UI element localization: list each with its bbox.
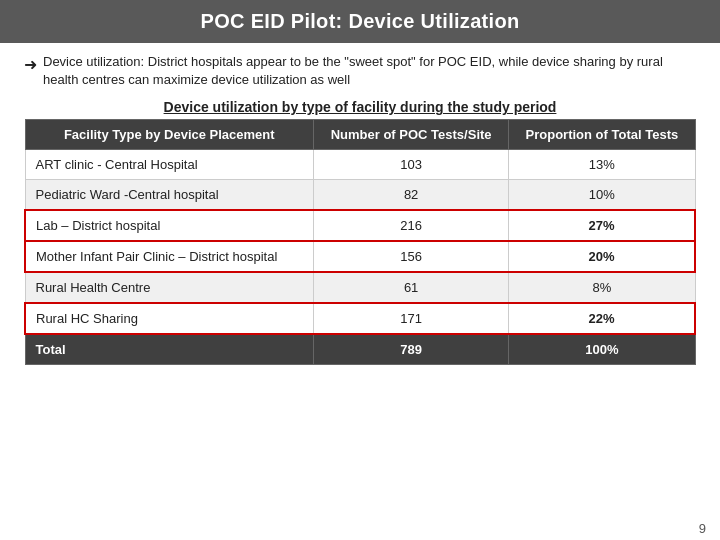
cell-tests: 103 bbox=[314, 150, 509, 180]
cell-facility: Lab – District hospital bbox=[25, 210, 314, 241]
col-header-proportion: Proportion of Total Tests bbox=[509, 120, 695, 150]
table-row: Pediatric Ward -Central hospital8210% bbox=[25, 180, 695, 211]
cell-total-proportion: 100% bbox=[509, 334, 695, 365]
cell-facility: Rural Health Centre bbox=[25, 272, 314, 303]
page: POC EID Pilot: Device Utilization ➜ Devi… bbox=[0, 0, 720, 540]
cell-facility: ART clinic - Central Hospital bbox=[25, 150, 314, 180]
table-row: Rural Health Centre618% bbox=[25, 272, 695, 303]
cell-proportion: 27% bbox=[509, 210, 695, 241]
utilization-table: Facility Type by Device Placement Number… bbox=[24, 119, 696, 365]
table-title: Device utilization by type of facility d… bbox=[24, 99, 696, 115]
cell-proportion: 10% bbox=[509, 180, 695, 211]
col-header-facility: Facility Type by Device Placement bbox=[25, 120, 314, 150]
cell-proportion: 20% bbox=[509, 241, 695, 272]
cell-proportion: 22% bbox=[509, 303, 695, 334]
table-body: ART clinic - Central Hospital10313%Pedia… bbox=[25, 150, 695, 365]
title-bar: POC EID Pilot: Device Utilization bbox=[0, 0, 720, 43]
cell-proportion: 13% bbox=[509, 150, 695, 180]
cell-proportion: 8% bbox=[509, 272, 695, 303]
page-title: POC EID Pilot: Device Utilization bbox=[201, 10, 520, 32]
footer: 9 bbox=[0, 517, 720, 540]
cell-tests: 156 bbox=[314, 241, 509, 272]
table-row: Rural HC Sharing17122% bbox=[25, 303, 695, 334]
col-header-tests: Number of POC Tests/Site bbox=[314, 120, 509, 150]
cell-facility: Pediatric Ward -Central hospital bbox=[25, 180, 314, 211]
subtitle-section: ➜ Device utilization: District hospitals… bbox=[0, 43, 720, 95]
cell-total-label: Total bbox=[25, 334, 314, 365]
subtitle-text: Device utilization: District hospitals a… bbox=[43, 53, 696, 89]
cell-facility: Rural HC Sharing bbox=[25, 303, 314, 334]
table-section: Device utilization by type of facility d… bbox=[0, 95, 720, 517]
page-number: 9 bbox=[699, 521, 706, 536]
cell-tests: 171 bbox=[314, 303, 509, 334]
arrow-icon: ➜ bbox=[24, 54, 37, 76]
cell-tests: 82 bbox=[314, 180, 509, 211]
cell-total-tests: 789 bbox=[314, 334, 509, 365]
table-row: ART clinic - Central Hospital10313% bbox=[25, 150, 695, 180]
table-row: Lab – District hospital21627% bbox=[25, 210, 695, 241]
cell-facility: Mother Infant Pair Clinic – District hos… bbox=[25, 241, 314, 272]
cell-tests: 61 bbox=[314, 272, 509, 303]
table-total-row: Total789100% bbox=[25, 334, 695, 365]
table-header-row: Facility Type by Device Placement Number… bbox=[25, 120, 695, 150]
cell-tests: 216 bbox=[314, 210, 509, 241]
subtitle-bullet: ➜ Device utilization: District hospitals… bbox=[24, 53, 696, 89]
table-row: Mother Infant Pair Clinic – District hos… bbox=[25, 241, 695, 272]
